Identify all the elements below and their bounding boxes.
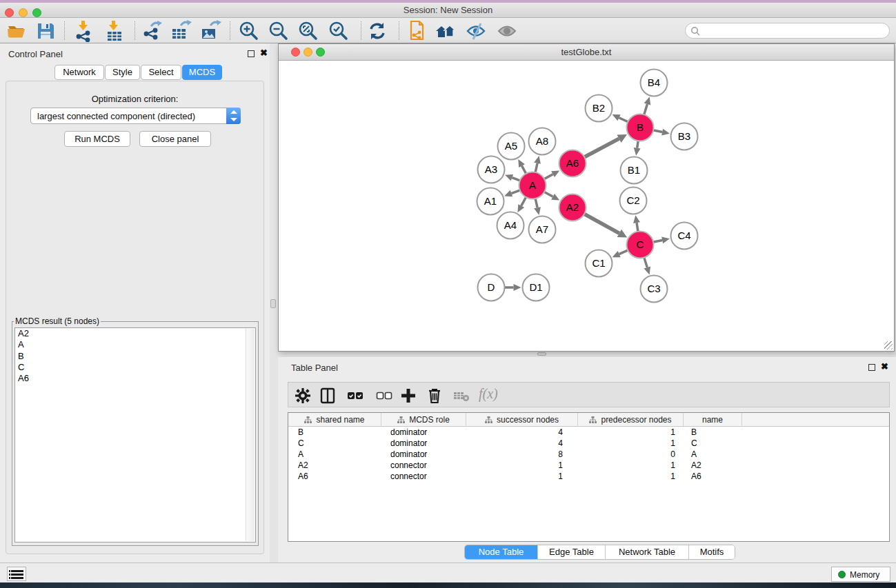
graph-node-D[interactable]: D <box>478 274 505 301</box>
graph-node-C3[interactable]: C3 <box>641 276 668 303</box>
mcds-result-item[interactable]: C <box>15 362 255 373</box>
graph-node-B1[interactable]: B1 <box>621 157 648 184</box>
table-row[interactable]: Bdominator41B <box>288 427 889 438</box>
settings-gear-icon[interactable] <box>295 387 311 404</box>
network-canvas[interactable]: B4B2BB3A8A5A6A3B1AA1C2A2A4A7C4CC1C3DD1 <box>279 61 893 350</box>
close-panel-icon[interactable]: ✖ <box>260 48 268 58</box>
export-table-icon[interactable] <box>170 20 192 42</box>
column-header-name[interactable]: name <box>684 413 742 427</box>
scrollbar-track[interactable] <box>246 329 255 541</box>
svg-text:C1: C1 <box>592 257 605 269</box>
refresh-layout-icon[interactable] <box>366 20 388 42</box>
column-header-filler <box>742 413 889 427</box>
column-header-predecessor-nodes[interactable]: predecessor nodes <box>578 413 684 427</box>
svg-text:B2: B2 <box>593 102 605 114</box>
graph-node-B2[interactable]: B2 <box>586 95 613 122</box>
control-panel-tabs: NetworkStyleSelectMCDS <box>0 65 270 80</box>
mcds-result-item[interactable]: A2 <box>15 328 255 339</box>
optimization-dropdown[interactable]: largest connected component (directed) <box>30 108 241 124</box>
open-session-icon[interactable] <box>6 20 28 42</box>
graph-node-B4[interactable]: B4 <box>641 70 668 97</box>
window-resize-grip[interactable] <box>884 341 893 349</box>
import-table-icon[interactable] <box>103 20 126 42</box>
divider-grip[interactable] <box>270 299 276 308</box>
optimization-dropdown-value: largest connected component (directed) <box>37 111 195 121</box>
table-cell: 1 <box>466 460 578 471</box>
function-builder-icon[interactable]: f(x) <box>479 386 498 402</box>
graph-node-A3[interactable]: A3 <box>478 156 505 183</box>
graph-node-C2[interactable]: C2 <box>620 187 647 214</box>
search-input[interactable] <box>702 24 885 37</box>
svg-text:A7: A7 <box>536 223 548 235</box>
tab-select[interactable]: Select <box>141 65 181 80</box>
graph-node-A8[interactable]: A8 <box>529 128 556 155</box>
add-column-icon[interactable] <box>400 387 417 404</box>
horizontal-split-divider[interactable] <box>278 352 896 357</box>
close-panel-button[interactable]: Close panel <box>139 131 211 147</box>
mcds-result-item[interactable]: A6 <box>15 373 255 384</box>
mcds-result-item[interactable]: B <box>15 351 255 362</box>
mcds-result-item[interactable]: A <box>15 339 255 350</box>
column-layout-icon[interactable] <box>319 387 336 404</box>
select-all-columns-icon[interactable] <box>347 387 364 404</box>
column-header-shared-name[interactable]: shared name <box>288 413 381 427</box>
table-row[interactable]: Adominator80A <box>288 449 889 460</box>
zoom-selected-icon[interactable] <box>328 20 350 42</box>
tab-edge-table[interactable]: Edge Table <box>538 545 606 560</box>
import-network-icon[interactable] <box>73 20 95 42</box>
graph-node-A6[interactable]: A6 <box>559 150 586 177</box>
graph-node-A7[interactable]: A7 <box>529 216 556 243</box>
column-header-successor-nodes[interactable]: successor nodes <box>466 413 578 427</box>
table-row[interactable]: A2connector11A2 <box>288 460 889 471</box>
task-history-icon[interactable] <box>7 567 26 581</box>
float-panel-icon[interactable] <box>248 50 255 57</box>
zoom-in-icon[interactable] <box>238 20 260 42</box>
deselect-all-columns-icon[interactable] <box>376 387 392 404</box>
tab-style[interactable]: Style <box>105 65 140 80</box>
column-header-label: MCDS role <box>409 415 450 425</box>
svg-text:A4: A4 <box>504 219 517 231</box>
tab-mcds[interactable]: MCDS <box>182 65 222 80</box>
control-panel: Control Panel ✖ NetworkStyleSelectMCDS O… <box>0 43 270 562</box>
float-panel-icon[interactable] <box>868 364 875 371</box>
export-image-icon[interactable] <box>199 20 221 42</box>
tab-motifs[interactable]: Motifs <box>689 545 735 560</box>
save-session-icon[interactable] <box>34 20 57 42</box>
zoom-fit-icon[interactable] <box>297 20 319 42</box>
table-row[interactable]: A6connector11A6 <box>288 471 889 482</box>
tab-node-table[interactable]: Node Table <box>465 545 538 560</box>
graph-node-C1[interactable]: C1 <box>586 250 613 277</box>
desktop-background-bottom <box>0 582 896 588</box>
delete-table-icon[interactable] <box>453 387 470 404</box>
graph-node-B[interactable]: B <box>627 114 654 141</box>
graph-node-A[interactable]: A <box>519 172 546 199</box>
table-cell: A2 <box>684 460 742 471</box>
zoom-out-icon[interactable] <box>268 20 290 42</box>
close-panel-icon[interactable]: ✖ <box>881 361 888 372</box>
eye-slash-icon[interactable] <box>465 20 487 42</box>
search-icon <box>690 26 700 36</box>
graph-node-D1[interactable]: D1 <box>523 274 550 301</box>
table-row[interactable]: Cdominator41C <box>288 438 889 449</box>
divider-grip[interactable] <box>537 352 546 356</box>
houses-icon[interactable] <box>435 20 457 42</box>
graph-node-B3[interactable]: B3 <box>671 123 698 150</box>
status-bar: Memory <box>0 562 896 582</box>
graph-node-C4[interactable]: C4 <box>671 223 698 250</box>
graph-node-C[interactable]: C <box>627 232 654 258</box>
run-mcds-button[interactable]: Run MCDS <box>64 131 130 147</box>
tab-network[interactable]: Network <box>54 65 104 80</box>
graph-node-A5[interactable]: A5 <box>498 133 525 160</box>
export-network-icon[interactable] <box>141 20 163 42</box>
tab-network-table[interactable]: Network Table <box>606 545 689 560</box>
eye-icon[interactable] <box>496 20 518 42</box>
graph-node-A1[interactable]: A1 <box>477 188 504 215</box>
network-from-selection-icon[interactable] <box>406 20 428 42</box>
graph-node-A2[interactable]: A2 <box>559 194 586 221</box>
table-tabs: Node TableEdge TableNetwork TableMotifs <box>464 545 735 560</box>
vertical-split-divider[interactable] <box>270 43 278 562</box>
memory-button[interactable]: Memory <box>831 567 890 582</box>
delete-column-icon[interactable] <box>426 387 443 404</box>
column-header-mcds-role[interactable]: MCDS role <box>381 413 466 427</box>
graph-node-A4[interactable]: A4 <box>497 212 524 239</box>
